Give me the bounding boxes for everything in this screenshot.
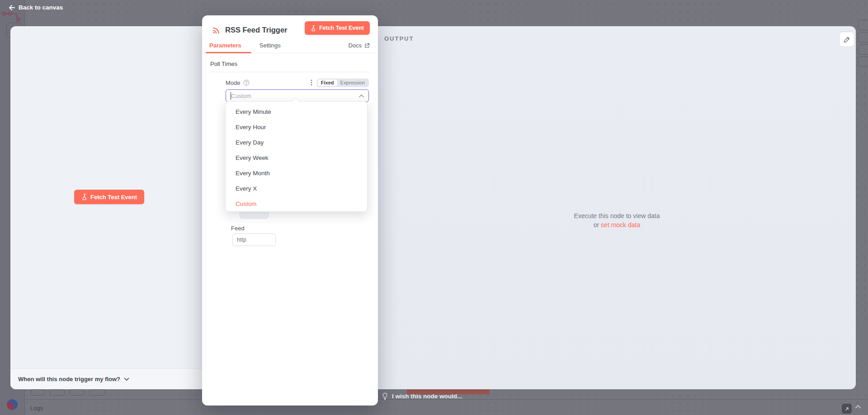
input-panel: Fetch Test Event When will this node tri…	[10, 26, 202, 389]
output-empty-line2: or set mock data	[378, 220, 856, 229]
user-avatar[interactable]	[7, 399, 18, 410]
fixed-expression-toggle: Fixed Expression	[317, 79, 369, 87]
trigger-info-question: When will this node trigger my flow?	[18, 376, 120, 382]
node-feedback-link[interactable]: I wish this node would...	[382, 392, 462, 400]
text-cursor	[231, 92, 231, 100]
fetch-test-event-label: Fetch Test Event	[319, 25, 364, 31]
chevron-down-icon	[124, 378, 129, 381]
node-feedback-label: I wish this node would...	[392, 393, 462, 400]
external-link-icon	[364, 43, 370, 48]
canvas-control-button	[858, 20, 868, 30]
dropdown-option-every-day[interactable]: Every Day	[226, 135, 367, 150]
toggle-expression[interactable]: Expression	[337, 79, 368, 86]
feed-url-label: Feed	[231, 225, 245, 232]
fetch-test-event-button-canvas[interactable]: Fetch Test Event	[74, 190, 144, 204]
node-title: RSS Feed Trigger	[225, 26, 288, 34]
parameters-body: Poll Times Mode Fixed	[202, 53, 378, 102]
fetch-test-event-button-header[interactable]: Fetch Test Event	[305, 21, 370, 35]
canvas-control-button	[858, 32, 868, 42]
tab-parameters[interactable]: Parameters	[209, 38, 241, 53]
logs-expand-chevron[interactable]	[855, 405, 861, 409]
dropdown-option-every-x[interactable]: Every X	[226, 181, 367, 196]
toggle-fixed[interactable]: Fixed	[318, 79, 337, 86]
canvas-control-button	[858, 44, 868, 55]
zoom-control-button	[30, 389, 45, 396]
feed-url-input[interactable]	[232, 233, 276, 246]
help-circle-icon[interactable]	[243, 79, 250, 86]
pencil-icon	[844, 36, 850, 43]
tab-docs[interactable]: Docs	[348, 38, 370, 53]
modal-header: RSS Feed Trigger Fetch Test Event	[202, 15, 378, 38]
output-empty-state: Execute this node to view data or set mo…	[378, 211, 856, 229]
dropdown-option-every-week[interactable]: Every Week	[226, 150, 367, 166]
output-empty-prefix: or	[594, 221, 601, 228]
fetch-test-event-label: Fetch Test Event	[90, 194, 137, 201]
canvas-control-button	[858, 56, 868, 67]
dropdown-option-every-minute[interactable]: Every Minute	[226, 104, 367, 120]
set-mock-data-link[interactable]: set mock data	[601, 221, 640, 228]
logs-panel-title: Logs	[30, 405, 43, 411]
output-panel-title: OUTPUT	[384, 35, 414, 42]
lightbulb-icon	[382, 392, 388, 400]
dropdown-option-custom[interactable]: Custom	[226, 196, 367, 212]
dropdown-option-every-month[interactable]: Every Month	[226, 166, 367, 181]
tab-docs-label: Docs	[348, 42, 362, 49]
mode-dropdown-list: Every Minute Every Hour Every Day Every …	[225, 101, 368, 212]
arrow-left-icon	[8, 5, 15, 11]
edit-output-button[interactable]	[839, 32, 854, 47]
trigger-info-collapsible[interactable]: When will this node trigger my flow?	[10, 368, 202, 389]
zoom-control-button	[90, 389, 105, 396]
flask-icon	[311, 25, 316, 31]
modal-tabs: Parameters Settings Docs	[202, 38, 378, 53]
mode-parameter: Mode Fixed Expression	[226, 78, 369, 102]
zoom-control-button	[69, 389, 85, 396]
poll-times-section-title: Poll Times	[210, 58, 370, 72]
zoom-control-button	[50, 389, 65, 396]
mode-label: Mode	[226, 79, 241, 86]
flask-icon	[81, 194, 87, 200]
output-empty-line1: Execute this node to view data	[378, 211, 856, 220]
popout-icon	[844, 406, 849, 411]
rss-icon	[212, 26, 221, 34]
app-root: Back to canvas Logs I wish this node wou…	[0, 0, 868, 415]
dropdown-option-every-hour[interactable]: Every Hour	[226, 120, 367, 135]
back-to-canvas-button[interactable]: Back to canvas	[8, 4, 63, 11]
chevron-up-icon	[359, 94, 364, 98]
chevron-up-icon	[855, 405, 861, 409]
tab-settings[interactable]: Settings	[259, 38, 281, 53]
logs-popout-button[interactable]	[842, 404, 852, 414]
options-dots-icon[interactable]	[311, 79, 312, 86]
output-panel: OUTPUT Execute this node to view data or…	[378, 26, 856, 389]
back-to-canvas-label: Back to canvas	[19, 4, 63, 11]
